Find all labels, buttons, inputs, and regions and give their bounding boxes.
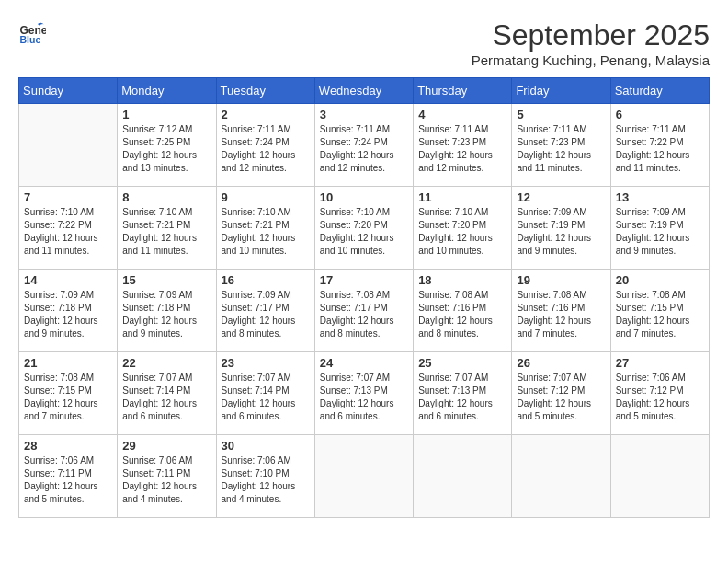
day-number: 23 — [222, 356, 310, 370]
day-cell: 16Sunrise: 7:09 AMSunset: 7:17 PMDayligh… — [216, 270, 314, 352]
day-cell: 17Sunrise: 7:08 AMSunset: 7:17 PMDayligh… — [314, 270, 413, 352]
day-cell: 9Sunrise: 7:10 AMSunset: 7:21 PMDaylight… — [216, 187, 314, 270]
day-info: Sunrise: 7:10 AMSunset: 7:20 PMDaylight:… — [418, 206, 506, 258]
week-row-1: 1Sunrise: 7:12 AMSunset: 7:25 PMDaylight… — [19, 104, 710, 187]
day-cell: 14Sunrise: 7:09 AMSunset: 7:18 PMDayligh… — [19, 270, 118, 352]
title-block: September 2025 Permatang Kuching, Penang… — [472, 18, 710, 68]
day-number: 24 — [320, 356, 408, 370]
day-number: 11 — [418, 190, 506, 204]
day-info: Sunrise: 7:08 AMSunset: 7:16 PMDaylight:… — [517, 289, 605, 340]
day-info: Sunrise: 7:11 AMSunset: 7:22 PMDaylight:… — [616, 123, 704, 175]
weekday-friday: Friday — [512, 78, 610, 104]
day-info: Sunrise: 7:11 AMSunset: 7:23 PMDaylight:… — [517, 123, 605, 175]
day-cell: 19Sunrise: 7:08 AMSunset: 7:16 PMDayligh… — [512, 270, 610, 352]
day-number: 20 — [616, 273, 704, 287]
calendar-table: SundayMondayTuesdayWednesdayThursdayFrid… — [18, 77, 710, 518]
day-cell: 27Sunrise: 7:06 AMSunset: 7:12 PMDayligh… — [610, 352, 709, 435]
day-cell: 3Sunrise: 7:11 AMSunset: 7:24 PMDaylight… — [314, 104, 413, 187]
week-row-5: 28Sunrise: 7:06 AMSunset: 7:11 PMDayligh… — [19, 435, 710, 518]
day-info: Sunrise: 7:08 AMSunset: 7:17 PMDaylight:… — [320, 289, 408, 340]
day-info: Sunrise: 7:09 AMSunset: 7:19 PMDaylight:… — [616, 206, 704, 258]
day-number: 5 — [517, 108, 605, 121]
logo: General Blue — [18, 18, 46, 46]
day-cell: 30Sunrise: 7:06 AMSunset: 7:10 PMDayligh… — [216, 435, 314, 518]
day-number: 16 — [222, 273, 310, 287]
week-row-3: 14Sunrise: 7:09 AMSunset: 7:18 PMDayligh… — [19, 270, 710, 352]
day-info: Sunrise: 7:07 AMSunset: 7:13 PMDaylight:… — [320, 372, 408, 423]
day-cell: 5Sunrise: 7:11 AMSunset: 7:23 PMDaylight… — [512, 104, 610, 187]
day-info: Sunrise: 7:06 AMSunset: 7:11 PMDaylight:… — [122, 454, 210, 506]
day-info: Sunrise: 7:07 AMSunset: 7:14 PMDaylight:… — [122, 372, 210, 423]
day-info: Sunrise: 7:07 AMSunset: 7:14 PMDaylight:… — [222, 372, 310, 423]
weekday-sunday: Sunday — [19, 78, 118, 104]
day-info: Sunrise: 7:11 AMSunset: 7:23 PMDaylight:… — [418, 123, 506, 175]
day-info: Sunrise: 7:10 AMSunset: 7:22 PMDaylight:… — [24, 206, 112, 258]
day-cell: 22Sunrise: 7:07 AMSunset: 7:14 PMDayligh… — [118, 352, 216, 435]
day-info: Sunrise: 7:06 AMSunset: 7:12 PMDaylight:… — [616, 372, 704, 423]
day-number: 30 — [222, 439, 310, 453]
day-cell: 18Sunrise: 7:08 AMSunset: 7:16 PMDayligh… — [414, 270, 512, 352]
day-number: 8 — [122, 190, 210, 204]
day-number: 9 — [222, 190, 310, 204]
month-title: September 2025 — [472, 18, 710, 52]
day-cell: 29Sunrise: 7:06 AMSunset: 7:11 PMDayligh… — [118, 435, 216, 518]
day-cell: 26Sunrise: 7:07 AMSunset: 7:12 PMDayligh… — [512, 352, 610, 435]
weekday-tuesday: Tuesday — [216, 78, 314, 104]
day-info: Sunrise: 7:06 AMSunset: 7:10 PMDaylight:… — [222, 454, 310, 506]
day-info: Sunrise: 7:10 AMSunset: 7:20 PMDaylight:… — [320, 206, 408, 258]
calendar-body: 1Sunrise: 7:12 AMSunset: 7:25 PMDaylight… — [19, 104, 710, 518]
day-number: 26 — [517, 356, 605, 370]
day-number: 6 — [616, 108, 704, 121]
day-info: Sunrise: 7:08 AMSunset: 7:16 PMDaylight:… — [418, 289, 506, 340]
day-number: 18 — [418, 273, 506, 287]
day-info: Sunrise: 7:07 AMSunset: 7:13 PMDaylight:… — [418, 372, 506, 423]
logo-icon: General Blue — [18, 18, 46, 46]
day-number: 27 — [616, 356, 704, 370]
day-cell — [19, 104, 118, 187]
day-cell: 24Sunrise: 7:07 AMSunset: 7:13 PMDayligh… — [314, 352, 413, 435]
page-header: General Blue September 2025 Permatang Ku… — [18, 18, 710, 68]
day-number: 19 — [517, 273, 605, 287]
day-info: Sunrise: 7:06 AMSunset: 7:11 PMDaylight:… — [24, 454, 112, 506]
weekday-monday: Monday — [118, 78, 216, 104]
week-row-2: 7Sunrise: 7:10 AMSunset: 7:22 PMDaylight… — [19, 187, 710, 270]
day-cell: 13Sunrise: 7:09 AMSunset: 7:19 PMDayligh… — [610, 187, 709, 270]
day-info: Sunrise: 7:08 AMSunset: 7:15 PMDaylight:… — [616, 289, 704, 340]
day-cell: 8Sunrise: 7:10 AMSunset: 7:21 PMDaylight… — [118, 187, 216, 270]
day-info: Sunrise: 7:12 AMSunset: 7:25 PMDaylight:… — [122, 123, 210, 175]
day-number: 22 — [122, 356, 210, 370]
day-number: 1 — [122, 108, 210, 121]
day-number: 14 — [24, 273, 112, 287]
day-info: Sunrise: 7:09 AMSunset: 7:18 PMDaylight:… — [122, 289, 210, 340]
day-number: 17 — [320, 273, 408, 287]
day-cell: 10Sunrise: 7:10 AMSunset: 7:20 PMDayligh… — [314, 187, 413, 270]
weekday-thursday: Thursday — [414, 78, 512, 104]
day-cell: 2Sunrise: 7:11 AMSunset: 7:24 PMDaylight… — [216, 104, 314, 187]
day-cell — [512, 435, 610, 518]
day-number: 28 — [24, 439, 112, 453]
day-cell: 6Sunrise: 7:11 AMSunset: 7:22 PMDaylight… — [610, 104, 709, 187]
day-cell: 7Sunrise: 7:10 AMSunset: 7:22 PMDaylight… — [19, 187, 118, 270]
day-cell: 15Sunrise: 7:09 AMSunset: 7:18 PMDayligh… — [118, 270, 216, 352]
day-info: Sunrise: 7:09 AMSunset: 7:19 PMDaylight:… — [517, 206, 605, 258]
day-cell: 1Sunrise: 7:12 AMSunset: 7:25 PMDaylight… — [118, 104, 216, 187]
day-cell: 12Sunrise: 7:09 AMSunset: 7:19 PMDayligh… — [512, 187, 610, 270]
day-cell: 11Sunrise: 7:10 AMSunset: 7:20 PMDayligh… — [414, 187, 512, 270]
day-number: 3 — [320, 108, 408, 121]
day-cell: 25Sunrise: 7:07 AMSunset: 7:13 PMDayligh… — [414, 352, 512, 435]
weekday-saturday: Saturday — [610, 78, 709, 104]
day-info: Sunrise: 7:11 AMSunset: 7:24 PMDaylight:… — [320, 123, 408, 175]
day-number: 21 — [24, 356, 112, 370]
day-number: 12 — [517, 190, 605, 204]
day-number: 7 — [24, 190, 112, 204]
day-number: 4 — [418, 108, 506, 121]
day-cell: 28Sunrise: 7:06 AMSunset: 7:11 PMDayligh… — [19, 435, 118, 518]
day-info: Sunrise: 7:10 AMSunset: 7:21 PMDaylight:… — [222, 206, 310, 258]
day-cell — [610, 435, 709, 518]
day-number: 15 — [122, 273, 210, 287]
day-cell: 20Sunrise: 7:08 AMSunset: 7:15 PMDayligh… — [610, 270, 709, 352]
day-number: 2 — [222, 108, 310, 121]
location: Permatang Kuching, Penang, Malaysia — [472, 52, 710, 68]
day-info: Sunrise: 7:09 AMSunset: 7:18 PMDaylight:… — [24, 289, 112, 340]
day-number: 13 — [616, 190, 704, 204]
